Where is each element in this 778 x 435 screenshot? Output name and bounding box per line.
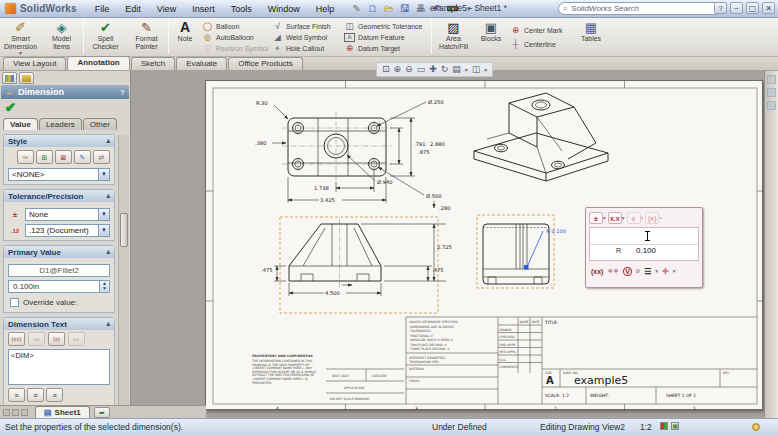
menu-tools[interactable]: Tools [223,3,260,15]
menu-view[interactable]: View [149,3,184,15]
drawing-view-isometric[interactable] [474,93,608,181]
datum-target-button[interactable]: ⊕Datum Target [344,43,428,53]
tables-button[interactable]: ▦ Tables [574,18,608,56]
menu-window[interactable]: Window [260,3,308,15]
dim-d250[interactable]: Ø.250 [428,99,444,105]
geometric-tolerance-button[interactable]: ◫Geometric Tolerance [344,21,428,31]
blocks-button[interactable]: ▣ Blocks [474,18,508,56]
balloon-button[interactable]: ◯Balloon [202,21,268,31]
pin-menu-icon[interactable]: ✎ [350,2,363,15]
new-document-icon[interactable]: 🗋 [366,2,379,15]
sheet-nav-next-icon[interactable] [21,409,28,416]
sheet-tab-sheet1[interactable]: ▤ Sheet1 [35,406,90,418]
sheet-nav-first-icon[interactable] [3,409,10,416]
dimension-text-input[interactable]: <DIM> [8,349,110,385]
smart-dimension-button[interactable]: ✐ Smart Dimension ▾ [0,18,41,56]
dim-d280[interactable]: .280 [439,205,451,211]
autoballoon-button[interactable]: ◎AutoBalloon [202,32,268,42]
style-save-button[interactable]: ✎ [74,150,91,164]
parenthesis-button[interactable]: (xx) [591,268,603,275]
model-items-button[interactable]: ◈ Model Items [41,18,82,56]
task-pane-explorer-icon[interactable] [767,101,776,110]
dim-d4500[interactable]: 4.500 [325,290,340,296]
style-add-button[interactable]: ⊞ [36,150,53,164]
tab-annotation[interactable]: Annotation [67,56,129,70]
dim-d875[interactable]: .875 [418,149,430,155]
collapse-primary-icon[interactable]: ▴ [106,248,110,256]
zoom-in-icon[interactable]: ⊕ [394,63,402,76]
grid-status-icon[interactable]: ▦ [671,422,679,430]
tolerance-type-select[interactable]: None▼ [25,208,110,221]
area-hatch-button[interactable]: ▨ Area Hatch/Fill [433,18,474,56]
dim-d2725[interactable]: 2.725 [437,244,452,250]
propertymanager-tab[interactable] [19,72,34,84]
print-icon[interactable]: 🖶 [414,2,427,15]
drawing-view-top[interactable]: R.30 Ø.250 .380 .791 2.880 .875 Ø.940 Ø.… [255,99,445,204]
centerline-button[interactable]: ┼Centerline [510,39,572,49]
collapse-tolerance-icon[interactable]: ▴ [106,192,110,200]
tolerance-style-button-1[interactable]: ±▾ [589,212,606,224]
tolerance-style-dropdown-2[interactable]: ▾ [622,215,625,221]
menu-insert[interactable]: Insert [184,3,223,15]
position-button[interactable]: ✛ [662,267,669,276]
dim-d3425[interactable]: 3.425 [320,197,335,203]
zoom-out-icon[interactable]: ⊖ [405,63,413,76]
panel-help-icon[interactable]: ? [120,88,125,97]
dimension-text-edit-box[interactable]: R 0.100 [589,227,699,261]
dim-d475r[interactable]: .475 [432,267,444,273]
justify-button[interactable]: ☰ [644,267,651,276]
close-button[interactable]: ✕ [762,2,775,14]
help-button[interactable]: ? [714,2,727,14]
style-delete-button[interactable]: ⊠ [55,150,72,164]
tolerance-style-dropdown-1[interactable]: ▾ [603,215,606,221]
smart-dimension-dropdown-icon[interactable]: ▾ [19,51,22,56]
precision-select[interactable]: .123 (Document)▼ [25,224,110,237]
dim-d940[interactable]: Ø.940 [377,179,393,185]
inspection-dimension-button[interactable]: (x) [48,332,65,346]
minimize-button[interactable]: − [730,2,743,14]
menu-edit[interactable]: Edit [117,3,149,15]
dim-d791[interactable]: .791 [414,141,426,147]
view-settings-icon[interactable]: ◫ [472,63,481,76]
dim-d500[interactable]: Ø.500 [426,193,442,199]
collapse-dimtext-icon[interactable]: ▴ [106,320,110,328]
note-button[interactable]: A Note [170,18,200,56]
tab-office-products[interactable]: Office Products [228,57,303,70]
dimension-value-text[interactable]: 0.100 [636,246,656,255]
align-right-button[interactable]: ≡ [46,388,63,402]
accept-checkmark-button[interactable]: ✔ [5,100,16,115]
hole-callout-button[interactable]: ⌖Hole Callout [272,43,340,53]
align-left-button[interactable]: ≡ [8,388,25,402]
add-parenthesis-button[interactable]: (xx) [8,332,25,346]
display-style-dropdown-icon[interactable]: ▾ [465,66,468,73]
zoom-fit-icon[interactable]: ⊡ [382,63,390,76]
view-settings-dropdown-icon[interactable]: ▾ [484,66,487,73]
panel-tab-value[interactable]: Value [3,118,38,130]
tab-view-layout[interactable]: View Layout [3,57,66,70]
dim-d475l[interactable]: .475 [261,267,273,273]
task-pane-library-icon[interactable] [767,88,776,97]
weld-symbol-button[interactable]: ◢Weld Symbol [272,32,340,42]
dim-selected-r0100[interactable]: R 0.100 [546,228,566,234]
open-icon[interactable]: 🗁 [382,2,395,15]
style-default-button[interactable]: ✑ [17,150,34,164]
zoom-area-icon[interactable]: ▭ [417,63,426,76]
quick-tips-icon[interactable] [752,423,760,431]
dim-d1738[interactable]: 1.738 [314,185,329,191]
format-painter-button[interactable]: ✎ Format Painter [126,18,167,56]
save-icon[interactable]: 🖫 [398,2,411,15]
value-spinner[interactable]: ▲▼ [99,281,109,292]
panel-scrollbar[interactable] [118,135,129,405]
display-style-icon[interactable]: ▤ [452,63,461,76]
spell-checker-button[interactable]: ✔ Spell Checker [85,18,126,56]
dimension-name-field[interactable]: D1@Fillet2 [8,264,110,277]
pan-icon[interactable]: ✚ [429,63,437,76]
dimension-value-field[interactable]: 0.100in▲▼ [8,280,110,293]
dim-d2880[interactable]: 2.880 [430,141,445,147]
menu-help[interactable]: Help [308,3,343,15]
style-select[interactable]: <NONE>▼ [8,168,110,181]
center-mark-button[interactable]: ⊕Center Mark [510,25,572,35]
surface-finish-button[interactable]: √Surface Finish [272,21,340,31]
search-input[interactable]: ⌕ SolidWorks Search [558,2,723,15]
tab-evaluate[interactable]: Evaluate [176,57,227,70]
